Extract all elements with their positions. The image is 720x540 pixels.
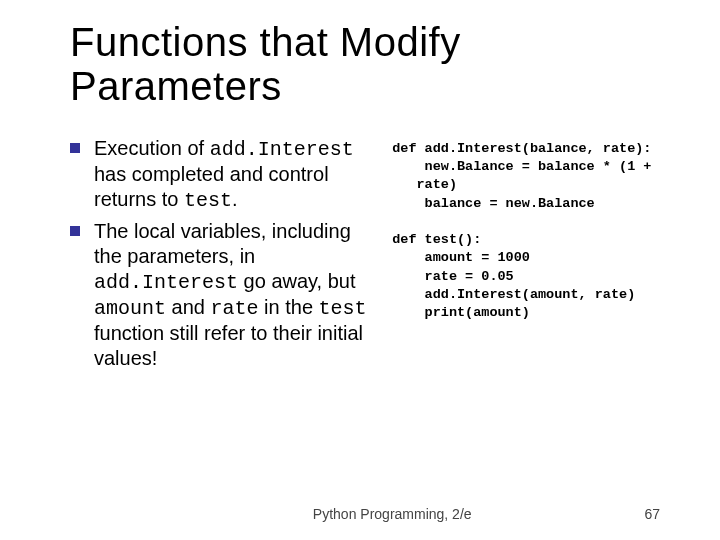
inline-text: and [166,296,210,318]
inline-text: go away, but [238,270,355,292]
inline-text: function still refer to their initial va… [94,322,363,369]
bullet-square-icon [70,143,80,153]
code-line: def add.Interest(balance, rate): [392,140,680,158]
footer-source: Python Programming, 2/e [0,506,644,522]
inline-text: in the [259,296,319,318]
code-line: rate = 0.05 [392,268,680,286]
page-number: 67 [644,506,660,522]
code-line [392,213,680,231]
code-line: add.Interest(amount, rate) [392,286,680,304]
inline-text: Execution of [94,137,210,159]
code-line: new.Balance = balance * (1 + [392,158,680,176]
inline-code: test [319,297,367,320]
bullet-item: The local variables, including the param… [70,219,372,371]
bullet-square-icon [70,226,80,236]
code-line: balance = new.Balance [392,195,680,213]
code-line: print(amount) [392,304,680,322]
footer: Python Programming, 2/e 67 [0,506,720,522]
bullet-item: Execution of add.Interest has completed … [70,136,372,213]
inline-code: test [184,189,232,212]
content-row: Execution of add.Interest has completed … [70,136,680,377]
code-block: def add.Interest(balance, rate): new.Bal… [392,136,680,377]
code-line: def test(): [392,231,680,249]
bullet-text: The local variables, including the param… [94,219,372,371]
bullet-list: Execution of add.Interest has completed … [70,136,372,377]
slide: Functions that Modify Parameters Executi… [0,0,720,540]
slide-title: Functions that Modify Parameters [70,20,680,108]
inline-code: amount [94,297,166,320]
bullet-text: Execution of add.Interest has completed … [94,136,372,213]
inline-code: add.Interest [94,271,238,294]
inline-text: . [232,188,238,210]
code-line: rate) [392,176,680,194]
inline-code: add.Interest [210,138,354,161]
inline-code: rate [211,297,259,320]
inline-text: The local variables, including the param… [94,220,351,267]
code-line: amount = 1000 [392,249,680,267]
